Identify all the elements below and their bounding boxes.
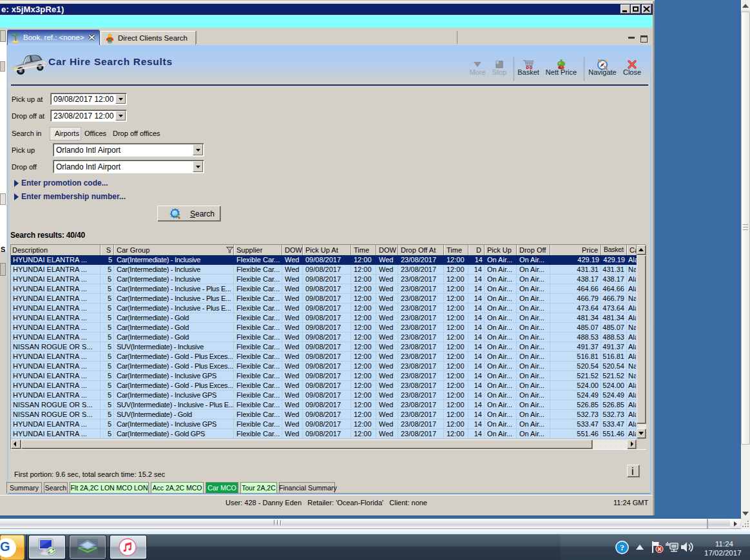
svg-text:?: ? [620,543,624,552]
